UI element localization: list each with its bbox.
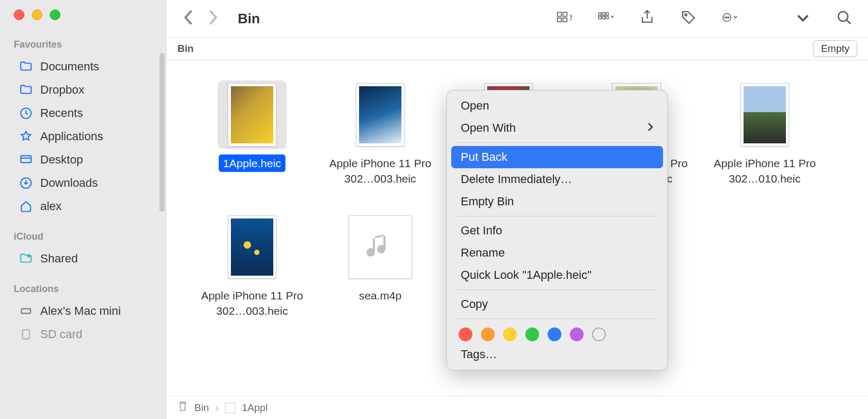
- sidebar-item-desktop[interactable]: Desktop: [5, 149, 162, 171]
- sidebar-item-label: Recents: [40, 106, 83, 120]
- tag-orange[interactable]: [481, 327, 495, 341]
- menu-item-get-info[interactable]: Get Info: [447, 220, 667, 242]
- trash-icon: [177, 400, 188, 415]
- music-note-icon: [364, 231, 396, 263]
- menu-separator: [457, 318, 658, 319]
- folder-icon: [19, 83, 33, 97]
- empty-bin-button[interactable]: Empty: [813, 40, 857, 57]
- file-item[interactable]: 1Apple.heic: [188, 76, 316, 208]
- sidebar-item-dropbox[interactable]: Dropbox: [5, 79, 162, 101]
- file-item[interactable]: Apple iPhone 11 Pro 302…003.heic: [316, 76, 444, 208]
- sidebar-item-label: Desktop: [40, 153, 83, 167]
- more-button[interactable]: [795, 10, 811, 28]
- download-icon: [19, 176, 33, 190]
- svg-point-16: [685, 14, 687, 16]
- path-segment[interactable]: 1Appl: [242, 402, 268, 414]
- svg-rect-6: [558, 12, 562, 16]
- tags-button[interactable]: [681, 10, 696, 28]
- sidebar-scrollbar[interactable]: [159, 53, 165, 212]
- sidebar-item-mac-mini[interactable]: Alex's Mac mini: [5, 300, 162, 322]
- svg-rect-7: [563, 12, 567, 16]
- sidebar-item-home[interactable]: alex: [5, 195, 162, 217]
- sidebar-item-label: Documents: [40, 60, 99, 74]
- share-button[interactable]: [639, 10, 655, 28]
- sidebar-section-favourites: Favourites: [0, 37, 167, 54]
- sidebar-item-recents[interactable]: Recents: [5, 102, 162, 124]
- menu-separator: [457, 142, 658, 143]
- fullscreen-window-button[interactable]: [50, 10, 60, 20]
- sidebar-item-downloads[interactable]: Downloads: [5, 172, 162, 194]
- window-controls: [0, 10, 167, 37]
- file-thumbnail: [730, 80, 799, 149]
- path-segment[interactable]: Bin: [194, 402, 209, 414]
- svg-point-18: [724, 17, 726, 18]
- desktop-icon: [19, 153, 33, 167]
- menu-item-copy[interactable]: Copy: [447, 293, 667, 315]
- action-button[interactable]: [722, 10, 738, 28]
- sidebar-item-shared[interactable]: Shared: [5, 248, 162, 270]
- sidebar-section-icloud: iCloud: [0, 229, 167, 247]
- home-icon: [19, 199, 33, 213]
- svg-point-21: [838, 12, 848, 21]
- svg-rect-12: [606, 13, 609, 15]
- sidebar-item-documents[interactable]: Documents: [5, 56, 162, 78]
- sidebar-item-label: alex: [40, 199, 61, 213]
- sidebar-item-label: Dropbox: [40, 83, 84, 97]
- file-name: Apple iPhone 11 Pro 302…003.heic: [194, 287, 310, 320]
- back-button[interactable]: [183, 9, 193, 28]
- file-item[interactable]: Apple iPhone 11 Pro 302…010.heic: [701, 76, 829, 208]
- sidebar-item-applications[interactable]: Applications: [5, 125, 162, 148]
- svg-rect-5: [23, 330, 30, 339]
- menu-item-rename[interactable]: Rename: [447, 242, 667, 264]
- menu-item-quick-look[interactable]: Quick Look "1Apple.heic": [447, 264, 667, 286]
- subheader: Bin Empty: [167, 37, 868, 60]
- svg-rect-10: [598, 13, 601, 15]
- svg-rect-11: [602, 13, 605, 15]
- context-menu: Open Open With Put Back Delete Immediate…: [446, 90, 668, 370]
- forward-button[interactable]: [208, 9, 219, 28]
- menu-item-empty-bin[interactable]: Empty Bin: [447, 190, 667, 213]
- svg-rect-9: [563, 18, 567, 22]
- menu-item-tags[interactable]: Tags…: [447, 343, 667, 366]
- file-item[interactable]: sea.m4p: [316, 208, 444, 341]
- view-mode-button[interactable]: [557, 10, 572, 28]
- tag-blue[interactable]: [548, 327, 561, 341]
- tag-purple[interactable]: [570, 327, 584, 341]
- file-thumbnail: [346, 213, 415, 281]
- menu-item-open[interactable]: Open: [447, 95, 667, 117]
- menu-tags-row: [447, 322, 667, 343]
- sidebar: Favourites Documents Dropbox Recents App…: [0, 0, 167, 419]
- file-name: Apple iPhone 11 Pro 302…010.heic: [706, 154, 823, 188]
- content-area: Bin: [167, 0, 868, 419]
- shared-folder-icon: [19, 252, 33, 266]
- path-bar: Bin › 1Appl: [167, 396, 868, 419]
- svg-rect-4: [21, 309, 30, 314]
- sidebar-item-sd-card[interactable]: SD card: [5, 323, 162, 345]
- close-window-button[interactable]: [14, 10, 24, 20]
- menu-separator: [457, 289, 658, 290]
- sidebar-item-label: Alex's Mac mini: [40, 304, 121, 318]
- tag-green[interactable]: [525, 327, 539, 341]
- location-title: Bin: [177, 43, 194, 54]
- minimize-window-button[interactable]: [32, 10, 42, 20]
- tag-yellow[interactable]: [503, 327, 517, 341]
- svg-point-19: [727, 17, 728, 18]
- menu-item-put-back[interactable]: Put Back: [451, 146, 663, 168]
- sidebar-item-label: Downloads: [40, 176, 98, 190]
- sidebar-item-label: SD card: [40, 327, 82, 341]
- group-button[interactable]: [598, 10, 614, 28]
- search-button[interactable]: [836, 10, 852, 28]
- menu-item-delete-immediately[interactable]: Delete Immediately…: [447, 168, 667, 190]
- clock-icon: [19, 106, 33, 120]
- toolbar: Bin: [167, 0, 868, 37]
- tag-red[interactable]: [459, 327, 472, 341]
- file-name: 1Apple.heic: [219, 154, 285, 172]
- svg-rect-1: [21, 156, 31, 162]
- menu-item-open-with[interactable]: Open With: [447, 117, 667, 139]
- menu-separator: [457, 216, 658, 216]
- file-item[interactable]: Apple iPhone 11 Pro 302…003.heic: [188, 208, 316, 341]
- svg-rect-13: [598, 16, 601, 19]
- svg-rect-8: [558, 18, 562, 22]
- sidebar-item-label: Shared: [40, 252, 78, 266]
- tag-none[interactable]: [592, 327, 606, 341]
